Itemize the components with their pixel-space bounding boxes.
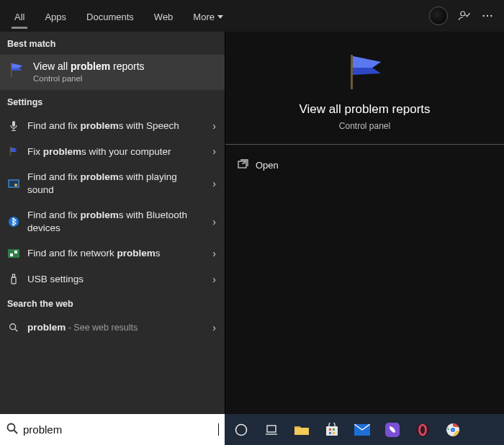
cortana-icon[interactable] <box>232 421 251 439</box>
search-panel: All Apps Documents Web More Best match <box>0 0 504 414</box>
search-box[interactable] <box>0 414 225 445</box>
network-icon <box>7 249 20 258</box>
tab-apps[interactable]: Apps <box>35 3 76 29</box>
flag-small-icon <box>7 146 20 156</box>
svg-rect-32 <box>329 432 331 434</box>
svg-point-11 <box>14 184 17 186</box>
svg-point-1 <box>483 15 485 17</box>
action-open-label: Open <box>256 160 279 171</box>
svg-rect-5 <box>12 121 15 127</box>
chevron-right-icon: › <box>212 120 220 132</box>
open-icon <box>237 159 248 171</box>
svg-point-22 <box>8 423 15 431</box>
svg-rect-15 <box>14 251 17 253</box>
svg-rect-13 <box>8 249 19 258</box>
svg-point-2 <box>487 15 488 17</box>
svg-rect-29 <box>326 426 338 436</box>
task-view-icon[interactable] <box>262 421 281 439</box>
svg-line-19 <box>15 329 18 332</box>
feedback-icon[interactable] <box>458 9 471 22</box>
tab-more-label: More <box>193 12 215 22</box>
chevron-right-icon: › <box>212 322 220 333</box>
preview-subtitle: Control panel <box>339 121 390 131</box>
viber-icon[interactable] <box>383 421 402 439</box>
svg-rect-16 <box>12 277 16 284</box>
settings-item-speech[interactable]: Find and fix problems with Speech › <box>0 113 225 139</box>
best-match-item[interactable]: View all problem reports Control panel <box>0 55 225 90</box>
best-match-title: View all problem reports <box>33 60 145 72</box>
settings-item-bluetooth[interactable]: Find and fix problems with Bluetooth dev… <box>0 202 225 241</box>
svg-rect-6 <box>13 128 14 130</box>
microphone-icon <box>7 120 20 132</box>
svg-point-18 <box>10 324 16 330</box>
text-caret <box>218 423 219 436</box>
tab-documents[interactable]: Documents <box>76 3 144 29</box>
taskbar <box>225 414 504 445</box>
troubleshoot-icon <box>7 179 20 188</box>
microsoft-store-icon[interactable] <box>323 421 341 439</box>
svg-line-23 <box>14 430 18 433</box>
svg-rect-17 <box>13 274 15 277</box>
svg-rect-30 <box>329 428 331 431</box>
opera-icon[interactable] <box>413 421 432 439</box>
settings-item-network[interactable]: Find and fix network problems › <box>0 241 225 266</box>
avatar[interactable] <box>429 6 448 25</box>
filter-tabs: All Apps Documents Web More <box>0 0 504 32</box>
bluetooth-icon <box>7 216 20 228</box>
chevron-down-icon <box>217 15 223 19</box>
usb-icon <box>7 274 20 285</box>
section-best-match: Best match <box>0 32 225 55</box>
svg-rect-4 <box>11 63 12 77</box>
web-search-item[interactable]: problem - See web results › <box>0 315 225 341</box>
preview-title: View all problem reports <box>299 102 430 117</box>
section-settings: Settings <box>0 90 225 113</box>
action-open[interactable]: Open <box>233 155 497 176</box>
file-explorer-icon[interactable] <box>292 421 311 439</box>
chevron-right-icon: › <box>212 274 220 285</box>
best-match-subtitle: Control panel <box>33 74 145 83</box>
svg-rect-25 <box>267 426 276 432</box>
svg-point-3 <box>490 15 492 17</box>
svg-rect-14 <box>10 253 13 256</box>
results-list: Best match View all problem reports Cont… <box>0 32 225 414</box>
svg-point-0 <box>461 12 465 16</box>
mail-icon[interactable] <box>353 421 372 439</box>
svg-rect-20 <box>351 55 353 89</box>
section-search-web: Search the web <box>0 292 225 315</box>
svg-point-24 <box>236 424 247 435</box>
svg-rect-33 <box>333 432 335 434</box>
search-input[interactable] <box>23 423 218 436</box>
search-icon <box>6 422 19 438</box>
svg-rect-31 <box>333 428 335 431</box>
tab-all[interactable]: All <box>4 3 35 29</box>
chrome-icon[interactable] <box>444 421 462 439</box>
tab-web[interactable]: Web <box>144 3 184 29</box>
tab-more[interactable]: More <box>183 3 233 29</box>
flag-large-icon <box>342 50 388 95</box>
chevron-right-icon: › <box>212 216 220 228</box>
chevron-right-icon: › <box>212 248 220 259</box>
search-icon <box>7 323 20 333</box>
svg-rect-7 <box>12 130 16 131</box>
settings-item-sound[interactable]: Find and fix problems with playing sound… <box>0 164 225 202</box>
chevron-right-icon: › <box>212 178 220 189</box>
preview-pane: View all problem reports Control panel O… <box>225 32 504 414</box>
settings-item-fix-computer[interactable]: Fix problems with your computer › <box>0 139 225 165</box>
settings-item-usb[interactable]: USB settings › <box>0 266 225 292</box>
flag-icon <box>7 60 26 83</box>
ellipsis-icon[interactable] <box>481 9 494 22</box>
svg-rect-8 <box>10 147 11 156</box>
chevron-right-icon: › <box>212 145 220 157</box>
